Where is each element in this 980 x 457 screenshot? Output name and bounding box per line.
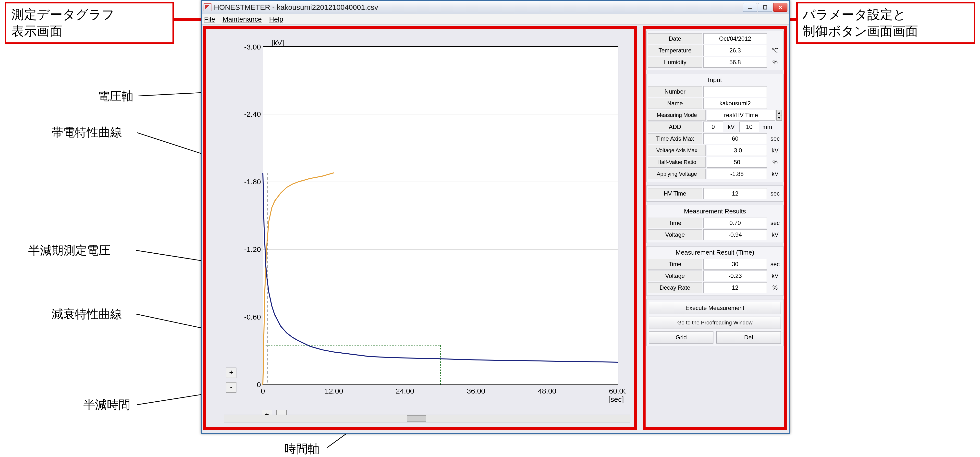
name-field[interactable]: kakousumi2 (703, 98, 767, 109)
minimize-icon (747, 5, 752, 10)
decay-rate-label: Decay Rate (648, 282, 702, 293)
parameter-panel: Date Oct/04/2012 Temperature 26.3 ℃ Humi… (646, 30, 784, 346)
chart-area: [kV] [sec] (209, 32, 635, 424)
name-label: Name (648, 98, 702, 109)
result-time-time-label: Time (648, 259, 702, 269)
x-tick: 48.00 (538, 387, 556, 395)
grid-button[interactable]: Grid (649, 331, 713, 344)
titlebar: HONESTMETER - kakousumi2201210040001.csv (202, 1, 789, 14)
group-environment: Date Oct/04/2012 Temperature 26.3 ℃ Humi… (646, 30, 784, 70)
result-time-voltage-value: -0.23 (703, 271, 767, 281)
time-axis-max-label: Time Axis Max (648, 133, 702, 144)
minimize-button[interactable] (743, 3, 757, 12)
hv-time-field[interactable]: 12 (703, 188, 767, 199)
execute-measurement-button[interactable]: Execute Measurement (649, 302, 781, 314)
add-mm-unit: mm (760, 124, 774, 131)
results-voltage-value: -0.94 (703, 229, 767, 240)
proofreading-window-button[interactable]: Go to the Proofreading Window (649, 317, 781, 329)
menubar: File Maintenance Help (202, 14, 789, 24)
measuring-mode-label: Measuring Mode (648, 110, 706, 121)
menu-maintenance[interactable]: Maintenance (223, 16, 262, 23)
x-tick: 12.00 (325, 387, 343, 395)
result-time-time-field[interactable]: 30 (703, 259, 767, 269)
results-voltage-unit: kV (768, 231, 782, 238)
number-field[interactable] (703, 86, 767, 97)
date-value: Oct/04/2012 (703, 33, 767, 44)
result-time-voltage-unit: kV (768, 272, 782, 279)
y-zoom-out-button[interactable]: - (226, 382, 236, 393)
connector (174, 18, 205, 21)
callout-half-time: 半減時間 (83, 397, 130, 412)
results-title: Measurement Results (648, 207, 782, 217)
time-axis-max-unit: sec (768, 135, 782, 142)
x-tick: 60.00 (609, 387, 625, 395)
decay-rate-value: 12 (703, 282, 767, 293)
result-time-time-unit: sec (768, 261, 782, 268)
callout-time-axis: 時間軸 (284, 441, 320, 457)
group-buttons: Execute Measurement Go to the Proofreadi… (646, 299, 784, 346)
add-label: ADD (648, 121, 702, 132)
callout-charge-curve: 帯電特性曲線 (51, 124, 122, 140)
result-time-voltage-label: Voltage (648, 271, 702, 281)
time-axis-max-field[interactable]: 60 (703, 133, 767, 144)
voltage-axis-max-unit: kV (768, 147, 782, 154)
svg-rect-1 (263, 46, 618, 385)
callout-param-area: パラメータ設定と 制御ボタン画面画面 (796, 2, 975, 44)
results-voltage-label: Voltage (648, 229, 702, 240)
y-tick: -2.40 (244, 110, 261, 118)
half-value-ratio-label: Half-Value Ratio (648, 157, 706, 167)
callout-half-voltage: 半減期測定電圧 (28, 243, 110, 258)
temperature-unit: ℃ (768, 47, 782, 54)
y-tick: -3.00 (244, 43, 261, 51)
measuring-mode-spinner[interactable]: ▲▼ (776, 110, 782, 121)
callout-graph-area: 測定データグラフ 表示画面 (5, 2, 174, 44)
half-value-ratio-field[interactable]: 50 (707, 157, 767, 167)
x-tick: 36.00 (467, 387, 485, 395)
x-tick: 0 (261, 387, 265, 395)
x-unit-label: [sec] (608, 395, 624, 403)
number-label: Number (648, 86, 702, 97)
voltage-axis-max-label: Voltage Axis Max (648, 145, 706, 156)
half-value-ratio-unit: % (768, 159, 782, 166)
svg-rect-0 (764, 6, 767, 9)
applying-voltage-label: Applying Voltage (648, 169, 706, 179)
measuring-mode-select[interactable]: real/HV Time (707, 110, 775, 121)
callout-decay-curve: 減衰特性曲線 (51, 306, 122, 322)
close-button[interactable] (773, 3, 788, 12)
y-tick: -1.80 (244, 178, 261, 186)
del-button[interactable]: Del (716, 331, 781, 344)
y-tick: 0 (257, 381, 261, 389)
results-time-label: Time (648, 218, 702, 228)
horizontal-scrollbar[interactable] (224, 415, 630, 422)
maximize-button[interactable] (758, 3, 772, 12)
humidity-value: 56.8 (703, 57, 767, 68)
humidity-unit: % (768, 59, 782, 66)
maximize-icon (762, 5, 768, 10)
humidity-label: Humidity (648, 57, 702, 68)
chevron-down-icon: ▼ (776, 115, 782, 121)
hv-time-unit: sec (768, 190, 782, 197)
callout-voltage-axis: 電圧軸 (98, 88, 133, 104)
group-measurement-results: Measurement Results Time 0.70 sec Voltag… (646, 205, 784, 243)
y-zoom-in-button[interactable]: + (226, 368, 236, 378)
menu-help[interactable]: Help (269, 16, 283, 23)
results-time-value: 0.70 (703, 218, 767, 228)
app-icon (204, 3, 212, 11)
group-input-title: Input (648, 75, 782, 85)
y-unit-label: [kV] (272, 39, 284, 47)
chevron-up-icon: ▲ (776, 110, 782, 115)
menu-file[interactable]: File (204, 16, 215, 23)
y-tick: -0.60 (244, 313, 261, 321)
temperature-label: Temperature (648, 45, 702, 56)
add-kv-field[interactable]: 0 (703, 121, 723, 132)
voltage-axis-max-field[interactable]: -3.0 (707, 145, 767, 156)
result-time-title: Measurement Result (Time) (648, 248, 782, 258)
add-mm-field[interactable]: 10 (740, 121, 759, 132)
close-icon (778, 5, 783, 10)
applying-voltage-field[interactable]: -1.88 (707, 169, 767, 179)
applying-voltage-unit: kV (768, 170, 782, 177)
results-time-unit: sec (768, 220, 782, 226)
window-title: HONESTMETER - kakousumi2201210040001.csv (214, 3, 378, 11)
date-label: Date (648, 33, 702, 44)
add-kv-unit: kV (724, 124, 738, 131)
